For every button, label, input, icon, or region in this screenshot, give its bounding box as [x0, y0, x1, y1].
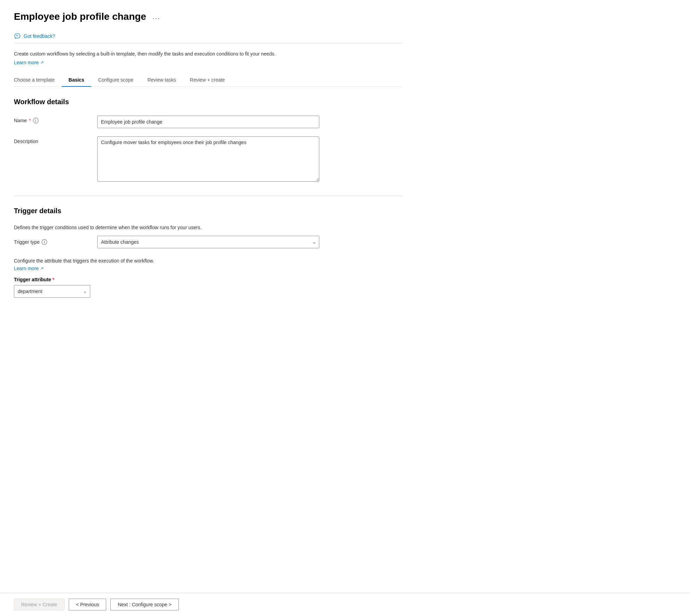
previous-button[interactable]: < Previous [69, 599, 107, 610]
external-link-icon: ↗ [40, 60, 44, 65]
name-label: Name * i [14, 116, 90, 123]
ellipsis-menu-button[interactable]: ... [150, 12, 162, 22]
tabs-nav: Choose a template Basics Configure scope… [14, 74, 403, 87]
name-required: * [29, 118, 31, 123]
description-row: Description Configure mover tasks for em… [14, 136, 403, 182]
trigger-type-info-icon[interactable]: i [42, 239, 47, 245]
intro-text: Create custom workflows by selecting a b… [14, 50, 403, 58]
trigger-type-label: Trigger type i [14, 239, 90, 245]
trigger-description: Defines the trigger conditions used to d… [14, 225, 403, 230]
name-row: Name * i [14, 116, 403, 128]
trigger-type-select-wrapper: Attribute changes User created User dele… [97, 236, 319, 248]
trigger-attribute-select-wrapper: department jobTitle manager officeLocati… [14, 285, 90, 298]
trigger-attr-required: * [52, 277, 54, 282]
name-input[interactable] [97, 116, 319, 128]
trigger-attribute-label: Trigger attribute * [14, 277, 403, 282]
attr-external-link-icon: ↗ [40, 266, 44, 271]
workflow-details-title: Workflow details [14, 98, 403, 106]
description-label: Description [14, 136, 90, 144]
tab-review-create[interactable]: Review + create [183, 74, 232, 87]
feedback-bar[interactable]: Got feedback? [14, 29, 403, 43]
tab-configure-scope[interactable]: Configure scope [91, 74, 141, 87]
page-title: Employee job profile change [14, 11, 146, 22]
bottom-bar: Review + Create < Previous Next : Config… [0, 593, 690, 616]
description-textarea[interactable]: Configure mover tasks for employees once… [97, 136, 319, 182]
feedback-icon [14, 33, 21, 40]
tab-review-tasks[interactable]: Review tasks [141, 74, 183, 87]
feedback-label: Got feedback? [24, 33, 55, 39]
section-divider [14, 195, 403, 196]
trigger-type-row: Trigger type i Attribute changes User cr… [14, 236, 403, 248]
tab-basics[interactable]: Basics [62, 74, 91, 87]
review-create-button: Review + Create [14, 599, 65, 610]
name-info-icon[interactable]: i [33, 118, 39, 123]
trigger-attr-section: Configure the attribute that triggers th… [14, 258, 403, 298]
learn-more-attr-link[interactable]: Learn more ↗ [14, 266, 44, 271]
trigger-details-title: Trigger details [14, 207, 403, 215]
tab-choose-template[interactable]: Choose a template [14, 74, 62, 87]
trigger-attr-desc: Configure the attribute that triggers th… [14, 258, 403, 264]
trigger-type-select[interactable]: Attribute changes User created User dele… [97, 236, 319, 248]
learn-more-top-link[interactable]: Learn more ↗ [14, 60, 44, 65]
next-button[interactable]: Next : Configure scope > [110, 599, 178, 610]
trigger-attribute-select[interactable]: department jobTitle manager officeLocati… [14, 285, 90, 298]
